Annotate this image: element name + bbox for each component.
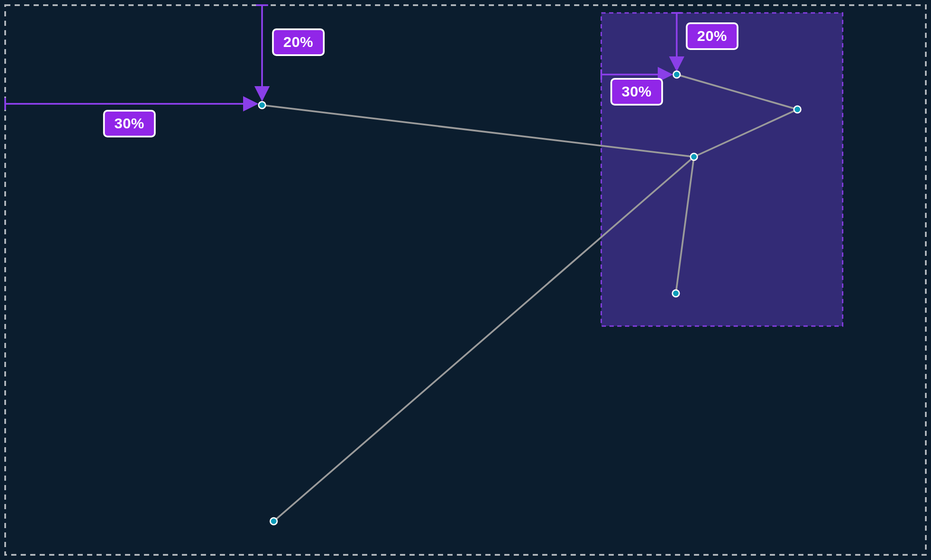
inner-dashed-rect — [601, 13, 843, 326]
diagram-stage: 20% 30% 20% 30% — [0, 0, 931, 560]
anchor-point[interactable] — [673, 71, 680, 78]
anchor-point[interactable] — [794, 106, 801, 113]
anchor-point[interactable] — [672, 290, 679, 297]
inner-x-percent-badge: 30% — [610, 78, 663, 106]
inner-y-percent-badge: 20% — [686, 22, 738, 50]
anchor-point[interactable] — [259, 102, 266, 109]
outer-y-percent-badge: 20% — [272, 28, 325, 56]
connector-polyline-3 — [274, 157, 694, 521]
anchor-point[interactable] — [270, 518, 277, 525]
diagram-svg — [0, 0, 931, 560]
anchor-point[interactable] — [690, 153, 697, 160]
outer-x-percent-badge: 30% — [103, 110, 156, 137]
